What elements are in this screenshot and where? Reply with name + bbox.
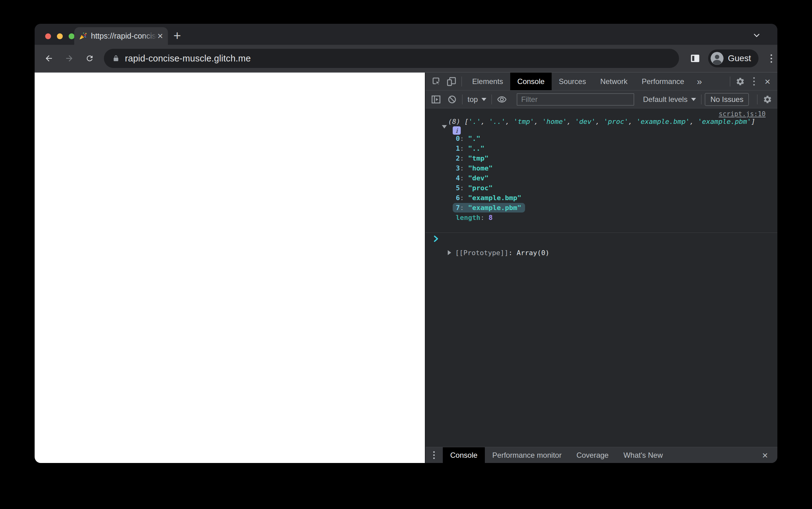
close-window-button[interactable] — [45, 33, 51, 39]
console-length-row[interactable]: length: 8 — [426, 213, 777, 223]
devtools-tab-console[interactable]: Console — [510, 73, 552, 90]
devtools-menu-icon[interactable] — [747, 75, 761, 88]
window-controls — [45, 33, 74, 39]
console-output: script.js:10 (8) ['.', '..', 'tmp', 'hom… — [426, 108, 777, 447]
console-array-row[interactable]: 5: "proc" — [426, 183, 777, 193]
array-index: 6 — [456, 194, 460, 202]
devtools-tab-elements[interactable]: Elements — [465, 73, 510, 90]
devtools-tabbar: ElementsConsoleSourcesNetworkPerformance… — [426, 73, 777, 91]
device-toolbar-icon[interactable] — [445, 75, 458, 88]
browser-toolbar: rapid-concise-muscle.glitch.me Guest — [35, 45, 777, 73]
avatar — [711, 52, 724, 65]
array-value: "tmp" — [468, 155, 489, 162]
devtools-settings-gear-icon[interactable] — [733, 75, 747, 88]
tab-search-chevron-icon[interactable] — [752, 31, 761, 41]
array-index: 2 — [456, 155, 460, 162]
divider — [426, 233, 777, 233]
console-prompt-chevron-icon[interactable] — [432, 234, 440, 245]
collapse-triangle-icon[interactable] — [442, 125, 447, 129]
divider — [701, 95, 701, 104]
page-content — [35, 73, 425, 463]
array-value: "home" — [468, 164, 493, 172]
drawer-tab-coverage[interactable]: Coverage — [569, 447, 616, 463]
array-index: 5 — [456, 184, 460, 192]
url-text: rapid-concise-muscle.glitch.me — [125, 54, 251, 64]
console-prototype-row[interactable]: [[Prototype]]: Array(0) — [426, 248, 777, 258]
console-array-preview[interactable]: (8) ['.', '..', 'tmp', 'home', 'dev', 'p… — [448, 116, 755, 127]
divider — [462, 95, 463, 104]
live-expression-eye-icon[interactable] — [495, 93, 509, 106]
length-value: 8 — [489, 214, 493, 222]
array-preview-item: 'dev' — [575, 118, 596, 125]
devtools-tab-sources[interactable]: Sources — [552, 73, 593, 90]
console-array-row[interactable]: 3: "home" — [426, 163, 777, 173]
filter-input[interactable] — [517, 93, 634, 106]
back-button[interactable] — [41, 51, 56, 66]
devtools-tab-network[interactable]: Network — [593, 73, 634, 90]
console-sidebar-icon[interactable] — [429, 93, 443, 106]
length-label: length — [456, 214, 480, 222]
console-array-row[interactable]: 6: "example.bmp" — [426, 193, 777, 203]
desktop-background: https://rapid-concise-muscle.g × + — [0, 0, 812, 509]
array-count-badge: (8) — [448, 118, 464, 125]
array-value: "." — [468, 135, 480, 142]
console-array-row[interactable]: 0: "." — [426, 134, 777, 144]
devtools-panel: ElementsConsoleSourcesNetworkPerformance… — [425, 73, 777, 463]
drawer-menu-icon[interactable] — [429, 448, 438, 462]
drawer-tabs: ConsolePerformance monitorCoverageWhat's… — [443, 447, 670, 463]
lock-icon — [112, 54, 120, 62]
chevron-down-icon — [481, 98, 487, 101]
divider — [730, 77, 730, 87]
array-value: "example.bmp" — [468, 194, 521, 202]
chevron-down-icon — [691, 98, 696, 101]
clear-console-icon[interactable] — [445, 93, 459, 106]
new-tab-button[interactable]: + — [170, 28, 185, 43]
array-index: 0 — [456, 135, 460, 142]
browser-window: https://rapid-concise-muscle.g × + — [35, 24, 777, 463]
tab-close-icon[interactable]: × — [157, 31, 163, 41]
console-settings-gear-icon[interactable] — [761, 93, 774, 106]
array-preview-item: 'proc' — [603, 118, 628, 125]
console-array-row[interactable]: 2: "tmp" — [426, 154, 777, 163]
profile-button[interactable]: Guest — [708, 49, 758, 67]
drawer-close-icon[interactable]: × — [758, 448, 772, 462]
array-preview-item: 'tmp' — [513, 118, 534, 125]
reload-button[interactable] — [82, 51, 97, 66]
array-value: "proc" — [468, 184, 493, 192]
divider — [491, 95, 492, 104]
array-preview-item: 'home' — [542, 118, 567, 125]
address-bar[interactable]: rapid-concise-muscle.glitch.me — [104, 49, 679, 68]
minimize-window-button[interactable] — [57, 33, 63, 39]
drawer-tab-what-s-new[interactable]: What's New — [616, 447, 670, 463]
array-preview-item: '.' — [468, 118, 481, 125]
divider — [461, 77, 462, 87]
tab-title: https://rapid-concise-muscle.g — [91, 32, 157, 40]
array-preview-item: 'example.bmp' — [636, 118, 690, 125]
browser-tab[interactable]: https://rapid-concise-muscle.g × — [74, 27, 168, 45]
console-array-row[interactable]: 7: "example.pbm" — [426, 203, 777, 213]
tab-strip: https://rapid-concise-muscle.g × + — [35, 24, 777, 45]
array-value: "dev" — [468, 174, 489, 182]
devtools-drawer: ConsolePerformance monitorCoverageWhat's… — [426, 447, 777, 463]
devtools-tab-performance[interactable]: Performance — [634, 73, 691, 90]
side-panel-icon[interactable] — [688, 52, 702, 65]
array-index: 7 — [456, 204, 460, 211]
info-badge-icon: i — [453, 126, 461, 135]
console-array-row[interactable]: 1: ".." — [426, 144, 777, 154]
log-levels-selector[interactable]: Default levels — [641, 95, 698, 104]
array-index: 1 — [456, 144, 460, 152]
drawer-tab-console[interactable]: Console — [443, 447, 485, 463]
divider — [757, 95, 757, 104]
browser-menu-icon[interactable] — [765, 51, 777, 66]
array-index: 4 — [456, 174, 460, 182]
context-selector[interactable]: top — [466, 95, 488, 104]
forward-button[interactable] — [62, 51, 77, 66]
devtools-tabs: ElementsConsoleSourcesNetworkPerformance — [465, 73, 691, 90]
issues-counter[interactable]: No Issues — [705, 93, 749, 106]
more-tabs-button[interactable]: » — [691, 76, 708, 87]
maximize-window-button[interactable] — [69, 33, 74, 39]
drawer-tab-performance-monitor[interactable]: Performance monitor — [485, 447, 569, 463]
devtools-close-icon[interactable]: × — [761, 75, 774, 88]
inspect-element-icon[interactable] — [430, 75, 443, 88]
console-array-row[interactable]: 4: "dev" — [426, 173, 777, 183]
